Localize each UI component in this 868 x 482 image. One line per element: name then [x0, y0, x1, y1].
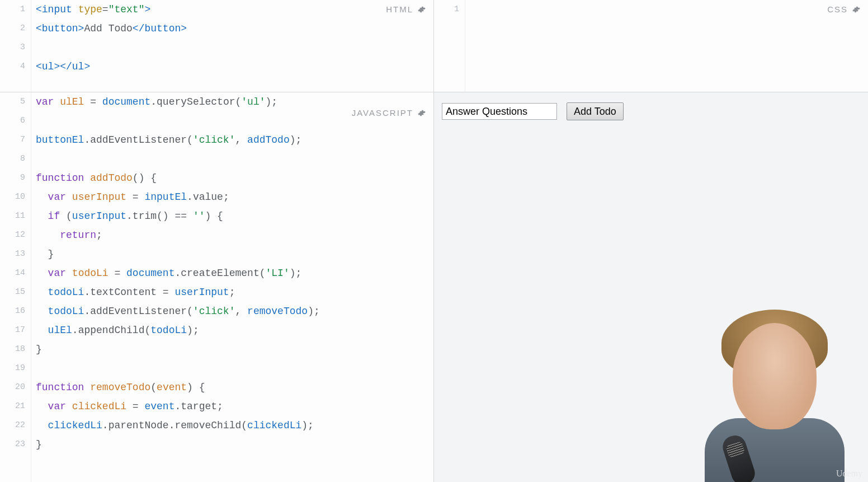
watermark-logo: Udemy	[836, 469, 862, 479]
preview-panel: I Add Todo Udemy	[434, 92, 868, 482]
gear-icon[interactable]	[418, 109, 426, 117]
html-gutter: 1234	[0, 0, 31, 92]
html-code-area[interactable]: 1234 <input type="text"><button>Add Todo…	[0, 0, 433, 92]
js-gutter: 567891011121314151617181920212223	[0, 92, 31, 482]
gear-icon[interactable]	[418, 6, 426, 13]
js-panel-label: JAVASCRIPT	[352, 108, 413, 118]
html-panel-header: HTML	[384, 3, 428, 15]
html-panel-label: HTML	[386, 4, 413, 14]
css-panel-header: CSS	[825, 3, 862, 15]
todo-input[interactable]	[442, 103, 557, 120]
gear-icon[interactable]	[852, 6, 860, 13]
js-code-area[interactable]: 567891011121314151617181920212223 var ul…	[0, 92, 433, 482]
js-code-lines[interactable]: var ulEl = document.querySelector('ul');…	[31, 92, 433, 482]
add-todo-button[interactable]: Add Todo	[567, 102, 624, 120]
html-editor-panel: HTML 1234 <input type="text"><button>Add…	[0, 0, 434, 92]
js-editor-panel: JAVASCRIPT 56789101112131415161718192021…	[0, 92, 434, 482]
css-code-lines[interactable]	[465, 0, 868, 92]
preview-content: Add Todo	[434, 92, 868, 130]
html-code-lines[interactable]: <input type="text"><button>Add Todo</but…	[31, 0, 433, 92]
css-gutter: 1	[434, 0, 465, 92]
css-code-area[interactable]: 1	[434, 0, 868, 92]
css-editor-panel: CSS 1	[434, 0, 868, 92]
instructor-webcam	[682, 306, 861, 482]
js-panel-header: JAVASCRIPT	[350, 107, 428, 119]
css-panel-label: CSS	[827, 4, 848, 14]
